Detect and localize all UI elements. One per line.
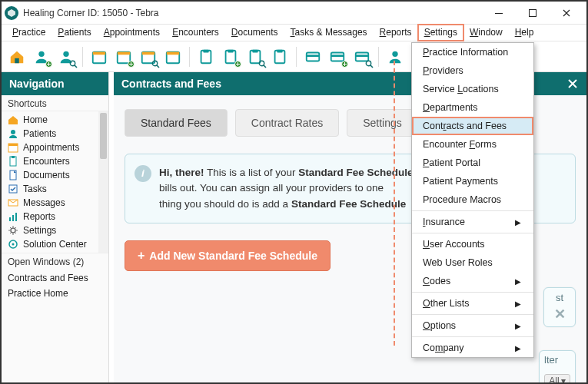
info-icon: i [135,165,151,182]
open-window-contracts-and-fees[interactable]: Contracts and Fees [2,270,108,286]
svg-rect-47 [12,215,14,221]
menu-item-procedure-macros[interactable]: Procedure Macros [412,190,533,209]
menu-item-insurance[interactable]: Insurance▶ [412,213,533,231]
svg-rect-32 [356,55,369,57]
menu-practice[interactable]: Practice [6,25,51,41]
sidebar-item-reports[interactable]: Reports [2,210,108,223]
menu-item-contracts-and-fees[interactable]: Contracts and Fees [412,117,533,135]
close-icon[interactable]: ✕ [554,306,566,323]
sidebar-item-messages[interactable]: Messages [2,196,108,210]
toolbar-person-icon[interactable] [384,46,406,68]
svg-point-5 [70,61,75,65]
toolbar-encounter-icon[interactable] [195,46,217,68]
menu-item-providers[interactable]: Providers [412,61,533,80]
menu-item-patient-portal[interactable]: Patient Portal [412,154,533,172]
maximize-button[interactable] [516,2,550,24]
svg-rect-22 [252,49,257,52]
submenu-arrow-icon: ▶ [515,344,521,353]
shortcuts-scrollbar[interactable] [98,111,108,253]
menu-item-codes[interactable]: Codes▶ [412,272,533,290]
filter-all-dropdown[interactable]: All▾ [544,374,570,382]
toolbar-find-patient-icon[interactable] [55,46,77,68]
toolbar-payments-icon[interactable] [302,46,324,68]
menu-tasks-messages[interactable]: Tasks & Messages [284,25,374,41]
menu-help[interactable]: Help [509,25,540,41]
menu-item-web-user-roles[interactable]: Web User Roles [412,253,533,272]
svg-rect-42 [12,156,15,158]
sidebar-item-encounters[interactable]: Encounters [2,154,108,168]
minimize-button[interactable] [482,2,516,24]
menu-item-options[interactable]: Options▶ [412,316,533,335]
menu-item-other-lists[interactable]: Other Lists▶ [412,294,533,313]
menu-item-encounter-forms[interactable]: Encounter Forms [412,135,533,154]
tab-contract-rates[interactable]: Contract Rates [235,109,339,137]
svg-rect-2 [15,58,19,62]
menu-documents[interactable]: Documents [225,25,284,41]
patients-icon [8,128,18,139]
scrollbar-thumb[interactable] [100,113,107,159]
menu-settings[interactable]: Settings [418,25,463,41]
obscured-panel-1: st ✕ [543,287,576,327]
toolbar-find-encounter-icon[interactable] [244,46,266,68]
sidebar-item-solution-center[interactable]: Solution Center [2,237,108,251]
app-icon [5,6,18,20]
svg-point-38 [11,130,15,134]
menu-bar: PracticePatientsAppointmentsEncountersDo… [2,25,586,41]
chevron-down-icon: ▾ [561,376,566,382]
close-button[interactable] [550,2,583,24]
encounters-icon [8,156,18,167]
sidebar-item-documents[interactable]: Documents [2,168,108,182]
sidebar-item-tasks[interactable]: Tasks [2,182,108,196]
menu-item-user-accounts[interactable]: User Accounts [412,235,533,253]
highlight-decoration [394,61,395,346]
svg-line-24 [264,65,266,68]
reports-icon [8,211,18,222]
svg-rect-16 [167,51,180,55]
svg-rect-1 [530,9,537,16]
tab-standard-fees[interactable]: Standard Fees [125,109,228,137]
navigation-header: Navigation [2,72,108,95]
menu-item-company[interactable]: Company▶ [412,339,533,357]
svg-line-14 [157,65,159,68]
sidebar-item-appointments[interactable]: Appointments [2,141,108,154]
sidebar-item-home[interactable]: Home [2,113,108,127]
svg-rect-40 [8,144,18,146]
menu-item-departments[interactable]: Departments [412,98,533,117]
toolbar-new-payment-icon[interactable] [327,46,348,68]
documents-icon [8,170,18,180]
menu-reports[interactable]: Reports [374,25,418,41]
submenu-arrow-icon: ▶ [515,300,521,308]
sidebar-item-patients[interactable]: Patients [2,127,108,141]
svg-point-3 [38,51,44,56]
menu-item-practice-information[interactable]: Practice Information [412,43,533,61]
open-windows-section: Open Windows (2) Contracts and FeesPract… [2,253,108,303]
toolbar-new-appointment-icon[interactable] [113,46,135,68]
sidebar-item-settings[interactable]: Settings [2,223,108,237]
menu-window[interactable]: Window [463,25,509,41]
panel-close-button[interactable] [566,78,579,90]
svg-point-33 [366,61,370,65]
toolbar-new-patient-icon[interactable] [31,46,52,68]
add-new-standard-fee-schedule-button[interactable]: + Add New Standard Fee Schedule [125,240,331,271]
menu-item-patient-payments[interactable]: Patient Payments [412,172,533,190]
menu-item-service-locations[interactable]: Service Locations [412,80,533,98]
svg-rect-0 [495,13,503,14]
toolbar-encounter-list-icon[interactable] [269,46,291,68]
banner-greet: Hi, there! [159,167,204,178]
toolbar-home-icon[interactable] [6,46,28,68]
toolbar-calendar-icon[interactable] [162,46,184,68]
svg-point-4 [63,51,68,56]
menu-appointments[interactable]: Appointments [98,25,166,41]
tab-settings[interactable]: Settings [347,109,418,137]
toolbar-appointment-icon[interactable] [88,46,110,68]
menu-patients[interactable]: Patients [51,25,97,41]
toolbar-find-payment-icon[interactable] [351,46,373,68]
toolbar-find-appointment-icon[interactable] [138,46,159,68]
menu-encounters[interactable]: Encounters [166,25,225,41]
submenu-arrow-icon: ▶ [515,218,521,227]
open-window-practice-home[interactable]: Practice Home [2,286,108,301]
svg-rect-20 [228,49,233,52]
shortcuts-label: Shortcuts [2,95,108,111]
toolbar-new-encounter-icon[interactable] [220,46,241,68]
svg-rect-18 [203,49,208,52]
